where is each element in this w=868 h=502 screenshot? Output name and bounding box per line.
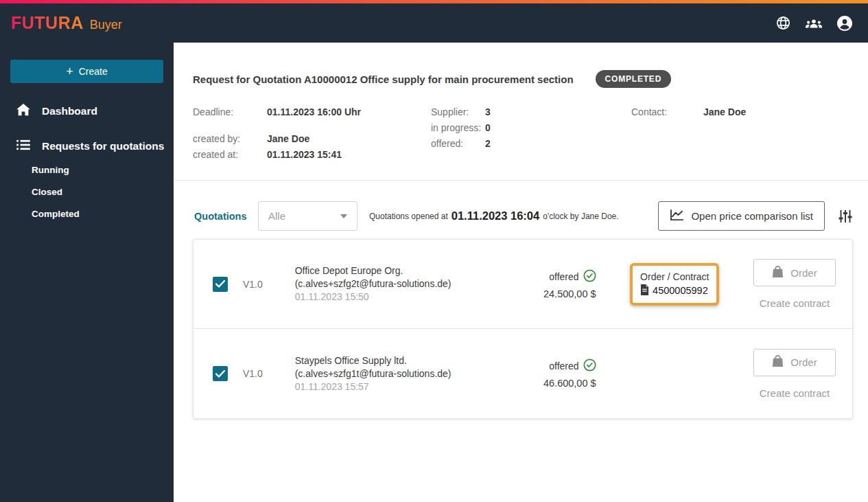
rfq-details: Deadline: 01.11.2023 16:00 Uhr created b… [193,106,852,161]
sidebar: + Create Dashboard Requests for quotatio… [0,43,174,502]
sidebar-item-completed[interactable]: Completed [0,209,174,219]
created-at-label: created at: [193,149,267,161]
quotation-row: V1.0 Staypels Office Supply ltd. (c.alve… [193,329,852,418]
order-contract-link[interactable]: 4500005992 [640,284,709,297]
sidebar-item-running[interactable]: Running [0,165,174,175]
quotation-version: V1.0 [243,279,295,290]
quotation-checkbox[interactable] [213,366,228,381]
top-navbar: FUTURA Buyer [0,3,868,43]
supplier-count: 3 [485,106,491,118]
app-logo: FUTURA Buyer [11,13,122,33]
supplier-email: (c.alves+szfg2t@futura-solutions.de) [295,277,521,290]
filter-selected-value: Alle [268,210,285,222]
home-icon [16,104,30,119]
document-icon [640,284,649,297]
status-badge: COMPLETED [596,70,672,88]
section-divider [174,180,868,181]
quotations-card: V1.0 Office Depot Europe Org. (c.alves+s… [193,239,853,419]
quotation-filter-select[interactable]: Alle [258,201,357,231]
brand-product: Buyer [90,18,122,32]
created-by-label: created by: [193,133,267,145]
order-contract-highlight: Order / Contract 4500005992 [630,263,719,306]
sidebar-item-label: Requests for quotations [42,140,164,152]
supplier-name: Office Depot Europe Org. [295,264,521,277]
contact-value: Jane Doe [703,106,746,118]
quotations-toolbar: Quotations Alle Quotations opened at 01.… [194,201,853,231]
sidebar-item-dashboard[interactable]: Dashboard [0,104,174,119]
check-circle-icon [583,269,596,284]
account-icon[interactable] [836,15,853,32]
order-contract-number: 4500005992 [653,285,708,296]
shopping-bag-icon [772,355,784,369]
team-icon[interactable] [805,16,823,31]
sidebar-item-closed[interactable]: Closed [0,187,174,197]
opened-at-datetime: 01.11.2023 16:04 [451,209,539,223]
check-circle-icon [583,358,596,374]
supplier-email: (c.alves+szfg1t@futura-solutions.de) [295,367,521,380]
status-text: offered [549,271,578,282]
in-progress-label: in progress: [431,122,485,134]
contact-label: Contact: [631,106,703,118]
create-contract-link[interactable]: Create contract [760,387,830,399]
create-button-label: Create [79,66,108,77]
plus-icon: + [66,65,73,78]
compare-button-label: Open price comparison list [691,210,813,222]
supplier-label: Supplier: [431,106,485,118]
sidebar-item-label: Dashboard [42,105,97,117]
order-contract-label: Order / Contract [640,271,709,282]
create-button[interactable]: + Create [10,60,163,83]
sidebar-item-requests[interactable]: Requests for quotations [0,139,174,153]
deadline-value: 01.11.2023 16:00 Uhr [267,106,361,118]
quotation-checkbox[interactable] [213,277,228,292]
quotations-section-label: Quotations [194,211,258,222]
brand-name: FUTURA [11,13,84,33]
submitted-date: 01.11.2023 15:50 [295,290,521,304]
supplier-name: Staypels Office Supply ltd. [295,354,521,367]
order-button[interactable]: Order [753,259,836,286]
globe-icon[interactable] [775,15,791,31]
submitted-date: 01.11.2023 15:57 [295,380,521,393]
offered-label: offered: [431,138,485,150]
quotation-price: 46.600,00 $ [521,378,596,389]
list-icon [16,139,30,153]
created-at-value: 01.11.2023 15:41 [267,149,342,161]
order-button-label: Order [790,267,817,279]
opened-at-text: Quotations opened at 01.11.2023 16:04 o'… [369,209,619,223]
page-title: Request for Quotation A10000012 Office s… [193,73,574,85]
main-content: Request for Quotation A10000012 Office s… [174,43,868,502]
offered-count: 2 [485,138,491,150]
order-button[interactable]: Order [753,349,836,376]
open-price-comparison-button[interactable]: Open price comparison list [658,201,825,231]
chart-icon [670,209,684,223]
in-progress-count: 0 [485,122,491,134]
tune-filter-icon[interactable] [838,209,853,224]
shopping-bag-icon [772,266,784,280]
chevron-down-icon [340,214,347,218]
status-text: offered [549,361,578,372]
deadline-label: Deadline: [193,106,267,118]
created-by-value: Jane Doe [267,133,309,145]
quotation-row: V1.0 Office Depot Europe Org. (c.alves+s… [193,240,852,329]
quotation-version: V1.0 [243,368,295,379]
create-contract-link[interactable]: Create contract [760,297,830,309]
order-button-label: Order [790,356,817,368]
quotation-price: 24.500,00 $ [521,288,596,299]
